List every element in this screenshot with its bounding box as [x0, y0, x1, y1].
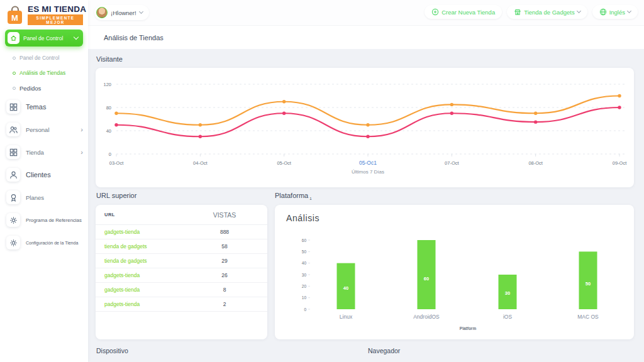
platform-chart-card: Análisis 010203040506040Linux60AndroidOS…	[275, 205, 634, 339]
svg-text:03-Oct: 03-Oct	[109, 160, 124, 166]
svg-text:09-Oct: 09-Oct	[613, 160, 627, 166]
svg-text:60: 60	[424, 276, 429, 282]
chevron-down-icon	[577, 9, 581, 13]
user-name: ¡Hlowner!	[111, 9, 136, 16]
logo-letter: M	[11, 13, 18, 23]
user-icon	[6, 168, 20, 182]
svg-text:Linux: Linux	[340, 314, 353, 320]
plus-circle-icon	[431, 8, 439, 16]
brand-tagline: SIMPLEMENTE MEJOR	[28, 14, 83, 25]
url-link[interactable]: tienda de gadgets	[96, 243, 190, 250]
navegador-section-label: Navegador	[368, 347, 400, 354]
svg-text:60: 60	[302, 238, 307, 243]
sidebar-item-programa-de-referencias[interactable]: Programa de Referencias	[0, 209, 88, 231]
logo[interactable]: M ES MI TIENDA SIMPLEMENTE MEJOR	[0, 0, 88, 25]
visitante-chart-card: 1208040003-Oct04-Oct05-Oct05-Oc107-Oct08…	[96, 68, 634, 187]
sidebar-item-tienda[interactable]: Tienda›	[0, 141, 88, 163]
svg-text:40: 40	[106, 128, 111, 134]
views-value: 58	[190, 243, 259, 250]
svg-text:40: 40	[343, 285, 348, 291]
url-table-header: URL VISTAS	[96, 205, 267, 225]
platform-chart-svg: 010203040506040Linux60AndroidOS30iOS50MA…	[282, 229, 625, 337]
plataforma-label-text: Plataforma	[275, 192, 308, 199]
svg-text:iOS: iOS	[503, 314, 513, 320]
store-icon	[514, 8, 521, 16]
svg-text:AndroidOS: AndroidOS	[413, 314, 440, 320]
url-link[interactable]: gadgets-tienda	[96, 287, 190, 293]
views-value: 888	[190, 229, 259, 235]
chevron-down-icon	[74, 35, 79, 40]
table-row: gadgets-tienda888	[96, 225, 267, 239]
globe-icon	[599, 8, 607, 16]
bullet-icon	[13, 87, 16, 90]
user-menu[interactable]: ¡Hlowner!	[94, 5, 149, 20]
url-link[interactable]: padgets-tienda	[96, 301, 190, 307]
svg-text:0: 0	[109, 151, 111, 157]
sidebar-item-panel-de-control[interactable]: Panel de Control	[5, 30, 83, 47]
url-superior-section-label: URL superior	[96, 192, 136, 199]
svg-text:50: 50	[302, 250, 307, 254]
avatar	[96, 7, 108, 18]
chevron-down-icon	[627, 9, 631, 13]
analysis-chart-title: Análisis	[286, 213, 319, 223]
svg-text:05-Oc1: 05-Oc1	[359, 160, 377, 166]
sidebar-subitem-analisis-de-tiendas[interactable]: Análisis de Tiendas	[0, 65, 88, 80]
visitante-chart-svg: 1208040003-Oct04-Oct05-Oct05-Oc107-Oct08…	[101, 72, 629, 182]
svg-text:05-Oct: 05-Oct	[277, 160, 291, 166]
users-icon	[6, 123, 20, 136]
svg-text:08-Oct: 08-Oct	[528, 160, 543, 166]
url-table-card: URL VISTAS gadgets-tienda888tienda de ga…	[96, 205, 267, 339]
sidebar-item-planes[interactable]: Planes	[0, 186, 88, 209]
sidebar-subitem-pedidos[interactable]: Pedidos	[0, 80, 88, 96]
sidebar-item-configuracion-de-la-tienda[interactable]: Configuración de la Tienda	[0, 231, 88, 254]
main-content: Análisis de Tiendas Visitante 1208040003…	[88, 25, 644, 362]
views-value: 8	[190, 287, 259, 293]
ingles-button[interactable]: Inglés	[592, 5, 638, 19]
svg-text:07-Oct: 07-Oct	[445, 160, 459, 166]
gear-icon	[6, 213, 20, 227]
crear-nueva-tienda-button[interactable]: Crear Nueva Tienda	[425, 5, 502, 19]
bullet-icon	[13, 57, 16, 60]
plataforma-section-label: Plataforma1	[275, 192, 312, 200]
header-actions: Crear Nueva TiendaTienda de GadgetsInglé…	[425, 5, 638, 19]
svg-text:Platform: Platform	[460, 326, 477, 331]
vistas-column-header: VISTAS	[190, 211, 259, 219]
svg-text:30: 30	[302, 273, 307, 277]
grid-icon	[6, 145, 20, 159]
svg-text:20: 20	[302, 284, 307, 288]
badge-icon	[6, 190, 20, 204]
sidebar-mainnav: TemasPersonal›Tienda›ClientesPlanesProgr…	[0, 96, 88, 254]
shopping-bag-logo-icon: M	[6, 5, 25, 25]
svg-text:Últimos 7 Días: Últimos 7 Días	[352, 169, 384, 175]
views-value: 26	[190, 272, 259, 278]
url-link[interactable]: gadgets-tienda	[96, 272, 190, 278]
svg-text:80: 80	[106, 105, 111, 111]
tienda-de-gadgets-button[interactable]: Tienda de Gadgets	[507, 5, 587, 19]
grid-icon	[6, 100, 20, 114]
sidebar-subitem-panel-de-control[interactable]: Panel de Control	[0, 50, 88, 65]
url-link[interactable]: gadgets-tienda	[96, 229, 190, 235]
url-link[interactable]: tienda de gadgets	[96, 258, 190, 264]
chevron-right-icon: ›	[80, 126, 83, 133]
topbar: ¡Hlowner! Crear Nueva TiendaTienda de Ga…	[0, 0, 644, 25]
views-value: 2	[190, 301, 259, 307]
sidebar-active-label: Panel de Control	[23, 35, 70, 41]
dispositivo-section-label: Dispositivo	[96, 347, 128, 354]
svg-text:MAC OS: MAC OS	[577, 314, 599, 320]
svg-text:40: 40	[302, 261, 307, 265]
views-value: 29	[190, 258, 259, 264]
home-icon	[8, 32, 19, 44]
gear-icon	[6, 236, 20, 250]
visitante-section-label: Visitante	[96, 55, 123, 63]
sidebar-item-clientes[interactable]: Clientes	[0, 163, 88, 186]
chevron-down-icon	[139, 9, 143, 14]
svg-text:0: 0	[304, 307, 306, 312]
url-column-header: URL	[96, 212, 190, 217]
sidebar-item-temas[interactable]: Temas	[0, 96, 88, 118]
svg-text:50: 50	[586, 281, 591, 287]
svg-text:10: 10	[302, 295, 307, 300]
bullet-icon	[13, 72, 16, 75]
sidebar-item-personal[interactable]: Personal›	[0, 118, 88, 141]
table-row: gadgets-tienda8	[96, 283, 267, 297]
plataforma-superscript: 1	[309, 197, 311, 200]
